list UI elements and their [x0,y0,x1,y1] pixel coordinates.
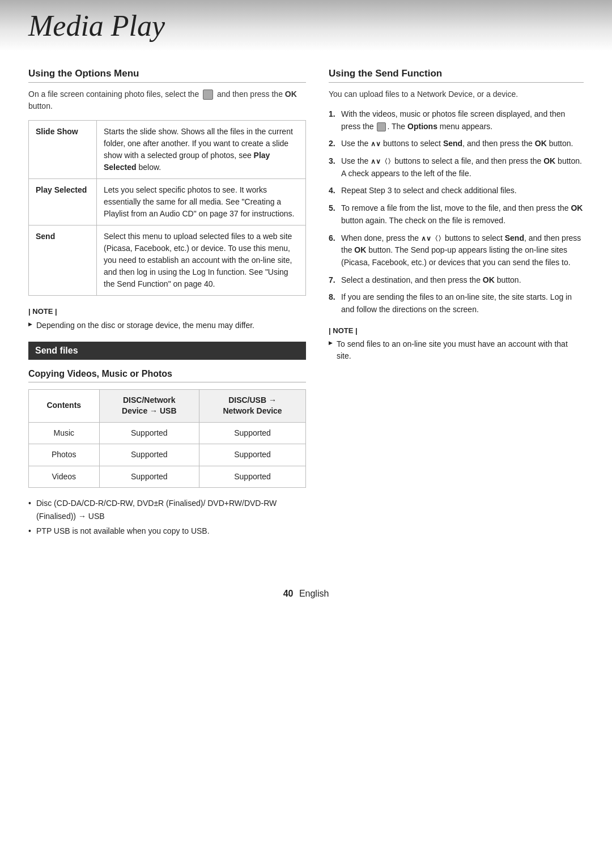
copy-table: Contents DISC/NetworkDevice → USB DISC/U… [28,389,306,488]
cell-photos: Photos [29,444,100,466]
numbered-list: 1. With the videos, music or photos file… [329,108,584,316]
copy-section: Copying Videos, Music or Photos Contents… [28,369,306,538]
table-row: Play Selected Lets you select specific p… [29,179,306,225]
send-function-intro: You can upload files to a Network Device… [329,88,584,100]
left-column: Using the Options Menu On a file screen … [28,68,306,543]
list-item: 3. Use the ∧∨〈〉buttons to select a file,… [329,155,584,180]
gear-icon-inline [203,90,213,100]
cell-photos-col1: Supported [99,444,199,466]
options-menu-title: Using the Options Menu [28,68,306,83]
page-number: 40 [283,589,294,598]
cell-photos-col2: Supported [199,444,306,466]
list-item: 1. With the videos, music or photos file… [329,108,584,133]
row-label-playselected: Play Selected [29,179,97,225]
options-table: Slide Show Starts the slide show. Shows … [28,120,306,296]
right-column: Using the Send Function You can upload f… [329,68,584,543]
send-files-banner: Send files [28,342,306,360]
send-note: | NOTE | To send files to an on-line sit… [329,325,584,363]
row-label-slideshow: Slide Show [29,121,97,179]
row-text-slideshow: Starts the slide show. Shows all the fil… [97,121,306,179]
options-intro: On a file screen containing photo files,… [28,88,306,112]
table-row: Music Supported Supported [29,422,306,444]
cell-videos: Videos [29,466,100,488]
cell-music: Music [29,422,100,444]
options-note: | NOTE | Depending on the disc or storag… [28,306,306,331]
cell-videos-col2: Supported [199,466,306,488]
note-item-send: To send files to an on-line site you mus… [329,338,584,362]
list-item: PTP USB is not available when you copy t… [28,525,306,537]
list-item: 8. If you are sending the files to an on… [329,291,584,316]
note-label: | NOTE | [28,306,306,317]
list-item: 7. Select a destination, and then press … [329,274,584,287]
cell-music-col1: Supported [99,422,199,444]
options-menu-section: Using the Options Menu On a file screen … [28,68,306,296]
list-item: 6. When done, press the ∧∨〈〉buttons to s… [329,232,584,269]
table-header-row: Contents DISC/NetworkDevice → USB DISC/U… [29,389,306,422]
page-footer: 40 English [0,577,612,616]
table-row: Photos Supported Supported [29,444,306,466]
col-header-contents: Contents [29,389,100,422]
table-row: Send Select this menu to upload selected… [29,225,306,296]
cell-videos-col1: Supported [99,466,199,488]
send-function-section: Using the Send Function You can upload f… [329,68,584,362]
table-row: Slide Show Starts the slide show. Shows … [29,121,306,179]
note-item: Depending on the disc or storage device,… [28,320,306,331]
list-item: 2. Use the ∧∨ buttons to select Send, an… [329,138,584,150]
gear-icon-step1 [377,122,386,131]
col-header-disc-network: DISC/USB →Network Device [199,389,306,422]
row-text-send: Select this menu to upload selected file… [97,225,306,296]
list-item: Disc (CD-DA/CD-R/CD-RW, DVD±R (Finalised… [28,497,306,522]
content-area: Using the Options Menu On a file screen … [0,51,612,577]
table-row: Videos Supported Supported [29,466,306,488]
cell-music-col2: Supported [199,422,306,444]
copy-section-title: Copying Videos, Music or Photos [28,369,306,382]
header-bar: Media Play [0,0,612,51]
row-text-playselected: Lets you select specific photos to see. … [97,179,306,225]
note-label-send: | NOTE | [329,325,584,337]
page-language: English [299,589,329,598]
row-label-send: Send [29,225,97,296]
page-title: Media Play [28,9,165,42]
send-function-title: Using the Send Function [329,68,584,83]
bullet-list: Disc (CD-DA/CD-R/CD-RW, DVD±R (Finalised… [28,497,306,537]
col-header-disc-usb: DISC/NetworkDevice → USB [99,389,199,422]
list-item: 5. To remove a file from the list, move … [329,202,584,227]
list-item: 4. Repeat Step 3 to select and check add… [329,185,584,197]
